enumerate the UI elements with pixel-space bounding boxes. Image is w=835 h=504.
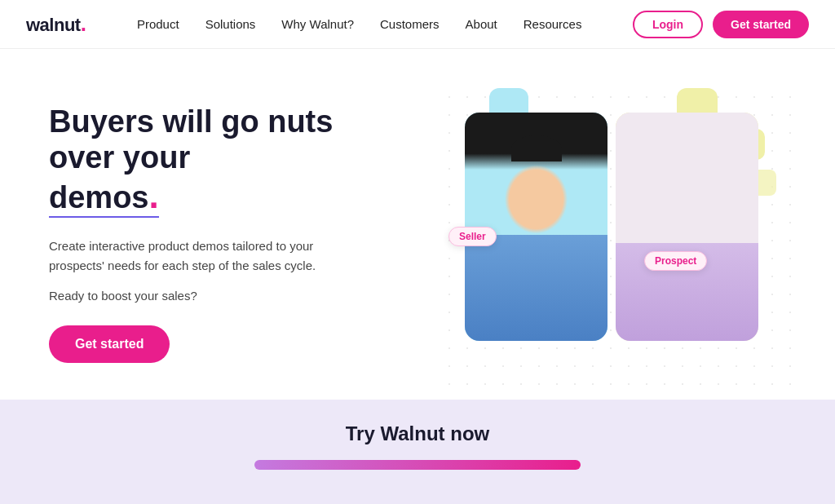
nav-actions: Login Get started bbox=[633, 11, 809, 38]
logo[interactable]: walnut. bbox=[26, 11, 86, 37]
prospect-label: Prospect bbox=[644, 251, 707, 271]
get-started-hero-button[interactable]: Get started bbox=[49, 325, 170, 363]
hero-heading-line1: Buyers will go nuts over your bbox=[49, 104, 333, 175]
bottom-section: Try Walnut now bbox=[0, 400, 835, 504]
seller-label: Seller bbox=[448, 227, 497, 246]
prospect-card bbox=[616, 113, 758, 341]
hero-left: Buyers will go nuts over your demos. Cre… bbox=[49, 88, 391, 363]
navbar: walnut. Product Solutions Why Walnut? Cu… bbox=[0, 0, 835, 49]
nav-item-product[interactable]: Product bbox=[137, 17, 179, 31]
hero-heading: Buyers will go nuts over your demos. bbox=[49, 104, 391, 217]
nav-item-why-walnut[interactable]: Why Walnut? bbox=[281, 17, 354, 31]
logo-dot: . bbox=[81, 11, 86, 37]
nav-links: Product Solutions Why Walnut? Customers … bbox=[137, 17, 582, 32]
nav-item-solutions[interactable]: Solutions bbox=[205, 17, 256, 31]
hero-ready-text: Ready to boost your sales? bbox=[49, 289, 391, 303]
nav-item-resources[interactable]: Resources bbox=[524, 17, 582, 31]
hero-subtext: Create interactive product demos tailore… bbox=[49, 237, 359, 276]
nav-item-customers[interactable]: Customers bbox=[380, 17, 440, 31]
bottom-dots-bar bbox=[254, 460, 581, 470]
hero-section: Buyers will go nuts over your demos. Cre… bbox=[0, 49, 835, 400]
hero-heading-line2: demos. bbox=[49, 180, 159, 218]
nav-item-about[interactable]: About bbox=[466, 17, 497, 31]
get-started-nav-button[interactable]: Get started bbox=[713, 11, 809, 38]
prospect-photo bbox=[616, 113, 758, 341]
try-title: Try Walnut now bbox=[346, 422, 489, 445]
login-button[interactable]: Login bbox=[633, 11, 703, 38]
logo-text: walnut bbox=[26, 15, 81, 36]
hero-visual: Seller Prospect bbox=[440, 88, 802, 400]
